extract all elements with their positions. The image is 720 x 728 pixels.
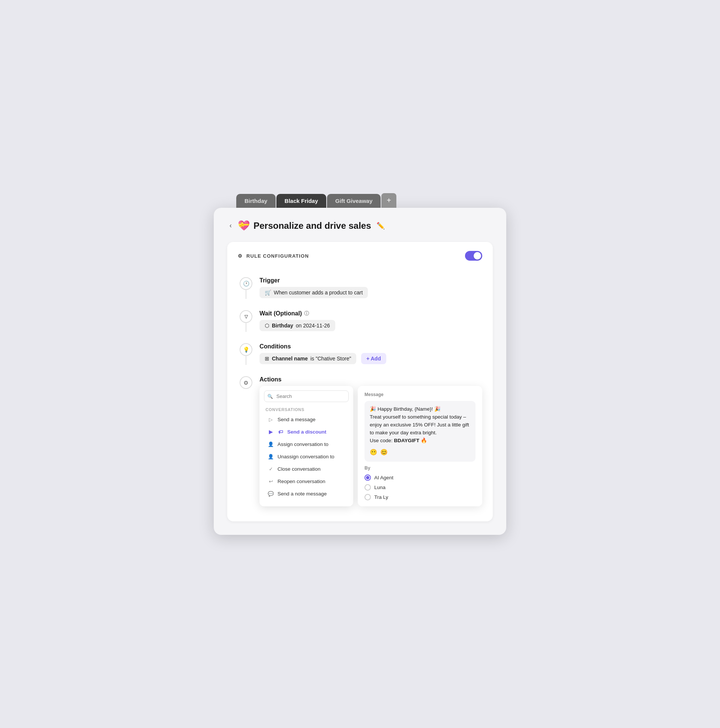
radio-luna[interactable]: Luna [364, 484, 475, 491]
send-note-label: Send a note message [278, 491, 327, 497]
radio-ai-agent-label: AI Agent [374, 475, 393, 480]
trigger-pills: 🛒 When customer adds a product to cart [260, 287, 482, 298]
radio-group: AI Agent Luna Tra Ly [364, 474, 475, 500]
radio-ai-agent[interactable]: AI Agent [364, 474, 475, 481]
dropdown-section-label: Conversations [260, 405, 353, 413]
send-note-icon: 💬 [268, 491, 274, 497]
back-button[interactable]: ‹ [227, 221, 234, 230]
message-bubble-footer: 😶 😊 [370, 448, 470, 457]
conditions-icon-col: 💡 [238, 343, 254, 356]
conditions-pill[interactable]: ⊞ Channel name is "Chative Store" [260, 353, 356, 364]
close-conv-label: Close conversation [278, 466, 321, 472]
rule-header: ⚙ RULE CONFIGURATION [238, 251, 482, 261]
dropdown-item-unassign-conv[interactable]: 👤 Unassign conversation to [262, 450, 351, 463]
rule-title: ⚙ RULE CONFIGURATION [238, 253, 309, 259]
trigger-pill-text: When customer adds a product to cart [274, 289, 362, 295]
search-input[interactable] [264, 390, 349, 402]
actions-content: Actions Conversations [254, 376, 482, 506]
dropdown-item-send-note[interactable]: 💬 Send a note message [262, 488, 351, 500]
rule-config-label: RULE CONFIGURATION [246, 253, 309, 259]
wait-pill-icon: ⬡ [265, 323, 269, 329]
send-discount-icon: 🏷 [278, 429, 283, 435]
rule-toggle[interactable] [465, 251, 482, 261]
dropdown-item-send-message[interactable]: ▷ Send a message [262, 413, 351, 426]
trigger-content: Trigger 🛒 When customer adds a product t… [254, 277, 482, 298]
conditions-add-button[interactable]: + Add [361, 353, 386, 364]
conditions-label: Conditions [260, 343, 482, 350]
radio-ai-agent-circle [364, 474, 371, 481]
tab-black-friday[interactable]: Black Friday [277, 194, 326, 208]
tabs-bar: Birthday Black Friday Gift Giveaway + [214, 193, 506, 208]
actions-icon: ⊙ [240, 376, 252, 389]
send-message-label: Send a message [278, 417, 315, 422]
reopen-conv-label: Reopen conversation [278, 479, 326, 484]
wait-content: Wait (Optional) ⓘ ⬡ Birthday on 2024-11-… [254, 310, 482, 331]
search-input-inner [264, 390, 349, 402]
rule-row-actions: ⊙ Actions [238, 370, 482, 512]
send-message-icon: ▷ [268, 417, 274, 422]
trigger-label: Trigger [260, 277, 482, 284]
radio-tra-ly-circle [364, 494, 371, 500]
tab-add-button[interactable]: + [381, 193, 396, 208]
conditions-connector [246, 356, 246, 365]
page-header: ‹ 💝 Personalize and drive sales ✏️ [227, 220, 493, 231]
dropdown-item-close-conv[interactable]: ✓ Close conversation [262, 463, 351, 475]
tab-gift-giveaway[interactable]: Gift Giveaway [327, 194, 381, 208]
assign-conv-icon: 👤 [268, 442, 274, 447]
reopen-conv-icon: ↩ [268, 479, 274, 484]
wait-icon-col: ▽ [238, 310, 254, 323]
radio-tra-ly[interactable]: Tra Ly [364, 494, 475, 500]
search-input-wrap [260, 386, 353, 405]
conditions-content: Conditions ⊞ Channel name is "Chative St… [254, 343, 482, 364]
rule-config-icon: ⚙ [238, 253, 243, 259]
send-discount-chevron: ▶ [268, 429, 274, 435]
rule-row-conditions: 💡 Conditions ⊞ Channel name is "Chative … [238, 337, 482, 370]
wait-label: Wait (Optional) ⓘ [260, 310, 482, 317]
wait-label-text: Wait (Optional) [260, 310, 302, 317]
emoji-react-2[interactable]: 😊 [380, 448, 388, 457]
rule-section: ⚙ RULE CONFIGURATION 🕐 Trigger [227, 242, 493, 521]
close-conv-icon: ✓ [268, 466, 274, 472]
radio-tra-ly-label: Tra Ly [374, 494, 388, 500]
tab-birthday[interactable]: Birthday [236, 194, 276, 208]
conditions-pill-bold: Channel name [272, 356, 308, 362]
message-panel: Message 🎉 Happy Birthday, {Name}! 🎉 Trea… [358, 386, 482, 506]
conditions-pills: ⊞ Channel name is "Chative Store" + Add [260, 353, 482, 364]
wait-connector [246, 323, 246, 332]
wait-pill[interactable]: ⬡ Birthday on 2024-11-26 [260, 320, 335, 331]
trigger-icon-col: 🕐 [238, 277, 254, 290]
trigger-icon: 🕐 [240, 277, 252, 290]
page-title: Personalize and drive sales [254, 220, 371, 231]
radio-luna-circle [364, 484, 371, 491]
header-emoji: 💝 [238, 220, 250, 231]
conditions-icon: 💡 [240, 343, 252, 356]
wait-info-icon[interactable]: ⓘ [304, 310, 309, 317]
rule-rows: 🕐 Trigger 🛒 When customer adds a product… [238, 271, 482, 512]
radio-luna-label: Luna [374, 485, 385, 490]
edit-icon[interactable]: ✏️ [376, 222, 385, 230]
search-dropdown: Conversations ▷ Send a message ▶ 🏷 Send … [260, 386, 353, 506]
message-bubble: 🎉 Happy Birthday, {Name}! 🎉 Treat yourse… [364, 401, 475, 461]
trigger-connector [246, 290, 246, 299]
wait-pills: ⬡ Birthday on 2024-11-26 [260, 320, 482, 331]
dropdown-item-reopen-conv[interactable]: ↩ Reopen conversation [262, 475, 351, 488]
app-wrapper: Birthday Black Friday Gift Giveaway + ‹ … [214, 193, 506, 534]
dropdown-item-send-discount[interactable]: ▶ 🏷 Send a discount [262, 426, 351, 438]
unassign-conv-icon: 👤 [268, 454, 274, 459]
wait-pill-bold: Birthday [272, 323, 293, 329]
message-panel-label: Message [364, 392, 475, 397]
conditions-pill-text: is "Chative Store" [310, 356, 352, 362]
rule-row-trigger: 🕐 Trigger 🛒 When customer adds a product… [238, 271, 482, 304]
main-card: ‹ 💝 Personalize and drive sales ✏️ ⚙ RUL… [214, 208, 506, 534]
actions-icon-col: ⊙ [238, 376, 254, 389]
message-by-label: By [364, 465, 475, 471]
rule-row-wait: ▽ Wait (Optional) ⓘ ⬡ Birthday on 2024-1… [238, 304, 482, 337]
unassign-conv-label: Unassign conversation to [278, 454, 335, 459]
actions-label: Actions [260, 376, 482, 383]
dropdown-item-assign-conv[interactable]: 👤 Assign conversation to [262, 438, 351, 450]
emoji-react-1[interactable]: 😶 [370, 448, 377, 457]
actions-dropdown-area: Conversations ▷ Send a message ▶ 🏷 Send … [260, 386, 482, 506]
wait-icon: ▽ [240, 310, 252, 323]
trigger-pill[interactable]: 🛒 When customer adds a product to cart [260, 287, 368, 298]
conditions-pill-icon: ⊞ [265, 356, 269, 362]
